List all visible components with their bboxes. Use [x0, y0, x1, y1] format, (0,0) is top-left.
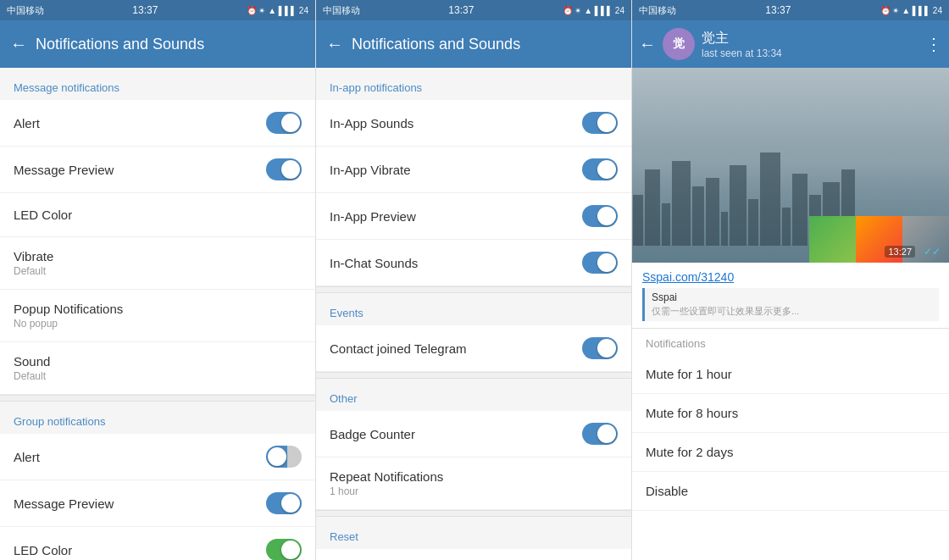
item-sub-repeat: 1 hour: [330, 485, 443, 497]
chat-preview-box: Sspai 仅需一些设置即可让效果显示更多...: [642, 288, 939, 321]
chat-toolbar: ← 觉 觉主 last seen at 13:34 ⋮: [632, 20, 949, 68]
title-2: Notifications and Sounds: [352, 36, 520, 53]
chat-back-button[interactable]: ←: [639, 35, 656, 54]
list-item-message-preview: Message Preview: [0, 147, 315, 193]
panel-3: 中国移动 13:37 ⏰ ✴ ▲ ▌▌▌ 24 ← 觉 觉主 last seen…: [632, 0, 949, 560]
img-thumb-green: [809, 216, 856, 263]
divider-1: [0, 395, 315, 402]
notifications-menu: Notifications Mute for 1 hour Mute for 8…: [632, 328, 949, 511]
status-bar-1: 中国移动 13:37 ⏰ ✴ ▲ ▌▌▌ 24: [0, 0, 315, 20]
chat-name: 觉主: [702, 30, 918, 47]
list-item-group-led: LED Color: [0, 527, 315, 560]
toolbar-1: ← Notifications and Sounds: [0, 20, 315, 68]
item-label-group-alert: Alert: [14, 450, 40, 464]
toggle-group-led[interactable]: [266, 539, 302, 560]
item-label-inapp-preview: In-App Preview: [330, 209, 416, 224]
list-item-led-color[interactable]: LED Color: [0, 193, 315, 237]
content-1: Message notifications Alert Message Prev…: [0, 68, 315, 560]
time-1: 13:37: [132, 4, 158, 16]
item-label-sound: Sound: [14, 354, 50, 369]
list-item-inapp-vibrate: In-App Vibrate: [316, 147, 631, 193]
status-icons-1: ⏰ ✴ ▲ ▌▌▌ 24: [247, 6, 308, 15]
item-sub-sound: Default: [14, 370, 50, 382]
list-item-vibrate[interactable]: Vibrate Default: [0, 237, 315, 290]
time-3: 13:37: [765, 4, 791, 16]
toggle-inchat-sounds[interactable]: [582, 252, 618, 274]
item-label-group-preview: Message Preview: [14, 496, 114, 511]
toggle-badge[interactable]: [582, 423, 618, 445]
toggle-inapp-sounds[interactable]: [582, 112, 618, 134]
status-bar-2: 中国移动 13:37 ⏰ ✴ ▲ ▌▌▌ 24: [316, 0, 631, 20]
list-item-sound[interactable]: Sound Default: [0, 342, 315, 395]
msg-checkmarks: ✓✓: [924, 246, 941, 258]
time-2: 13:37: [448, 4, 474, 16]
item-label-inchat-sounds: In-Chat Sounds: [330, 256, 418, 270]
title-1: Notifications and Sounds: [36, 36, 204, 53]
list-item-alert: Alert: [0, 100, 315, 147]
list-item-group-alert: Alert: [0, 434, 315, 480]
toggle-group-preview[interactable]: [266, 492, 302, 514]
more-icon[interactable]: ⋮: [925, 34, 942, 54]
item-label-popup: Popup Notifications: [14, 302, 123, 316]
section-header-events: Events: [316, 293, 631, 325]
toolbar-2: ← Notifications and Sounds: [316, 20, 631, 68]
content-2: In-app notifications In-App Sounds In-Ap…: [316, 68, 631, 560]
toggle-msg-preview[interactable]: [266, 158, 302, 180]
chat-info: 觉主 last seen at 13:34: [702, 30, 918, 59]
chat-status: last seen at 13:34: [702, 47, 918, 59]
section-header-other: Other: [316, 379, 631, 411]
chat-preview-sub: 仅需一些设置即可让效果显示更多...: [652, 305, 932, 318]
msg-timestamp: 13:27: [885, 246, 915, 258]
chat-background: 13:27 ✓✓: [632, 68, 949, 263]
toggle-alert[interactable]: [266, 112, 302, 134]
notif-item-1hour[interactable]: Mute for 1 hour: [632, 355, 949, 394]
chat-bubble-area: Sspai.com/31240 Sspai 仅需一些设置即可让效果显示更多...: [632, 263, 949, 328]
notif-menu-header: Notifications: [632, 329, 949, 355]
back-button-2[interactable]: ←: [326, 35, 343, 54]
panel-1: 中国移动 13:37 ⏰ ✴ ▲ ▌▌▌ 24 ← Notifications …: [0, 0, 316, 560]
status-bar-3: 中国移动 13:37 ⏰ ✴ ▲ ▌▌▌ 24: [632, 0, 949, 20]
notif-item-8hours[interactable]: Mute for 8 hours: [632, 394, 949, 433]
list-item-inchat-sounds: In-Chat Sounds: [316, 240, 631, 286]
notif-item-disable[interactable]: Disable: [632, 472, 949, 511]
item-sub-popup: No popup: [14, 318, 123, 330]
status-icons-2: ⏰ ✴ ▲ ▌▌▌ 24: [563, 6, 624, 15]
section-header-message: Message notifications: [0, 68, 315, 100]
list-item-contact-joined: Contact joined Telegram: [316, 325, 631, 372]
item-label-msg-preview: Message Preview: [14, 163, 114, 177]
item-label-inapp-vibrate: In-App Vibrate: [330, 163, 411, 177]
list-item-inapp-preview: In-App Preview: [316, 193, 631, 240]
list-item-repeat-notif[interactable]: Repeat Notifications 1 hour: [316, 457, 631, 510]
back-button-1[interactable]: ←: [10, 35, 27, 54]
carrier-2: 中国移动: [323, 4, 360, 17]
chat-preview-title: Sspai: [652, 291, 932, 303]
carrier-1: 中国移动: [7, 4, 44, 17]
item-label-group-led: LED Color: [14, 543, 72, 557]
section-header-reset: Reset: [316, 517, 631, 549]
item-sub-vibrate: Default: [14, 265, 53, 277]
toggle-group-alert[interactable]: [266, 446, 302, 468]
list-item-popup[interactable]: Popup Notifications No popup: [0, 290, 315, 342]
toggle-inapp-vibrate[interactable]: [582, 158, 618, 180]
item-label-vibrate: Vibrate: [14, 249, 53, 263]
item-label-badge: Badge Counter: [330, 427, 415, 441]
item-label-repeat: Repeat Notifications: [330, 469, 443, 484]
item-label-inapp-sounds: In-App Sounds: [330, 116, 413, 130]
section-header-inapp: In-app notifications: [316, 68, 631, 100]
divider-2a: [316, 286, 631, 293]
item-label-contact-joined: Contact joined Telegram: [330, 341, 466, 356]
chat-content: 13:27 ✓✓ Sspai.com/31240 Sspai 仅需一些设置即可让…: [632, 68, 949, 560]
divider-2c: [316, 510, 631, 517]
status-icons-3: ⏰ ✴ ▲ ▌▌▌ 24: [880, 6, 942, 15]
item-label-led: LED Color: [14, 208, 72, 222]
avatar: 觉: [663, 28, 695, 60]
toggle-contact-joined[interactable]: [582, 337, 618, 359]
list-item-badge-counter: Badge Counter: [316, 411, 631, 457]
panel-2: 中国移动 13:37 ⏰ ✴ ▲ ▌▌▌ 24 ← Notifications …: [316, 0, 632, 560]
carrier-3: 中国移动: [639, 4, 676, 17]
list-item-group-preview: Message Preview: [0, 480, 315, 527]
toggle-inapp-preview[interactable]: [582, 205, 618, 227]
section-header-group: Group notifications: [0, 402, 315, 434]
chat-link[interactable]: Sspai.com/31240: [642, 270, 734, 284]
notif-item-2days[interactable]: Mute for 2 days: [632, 433, 949, 472]
